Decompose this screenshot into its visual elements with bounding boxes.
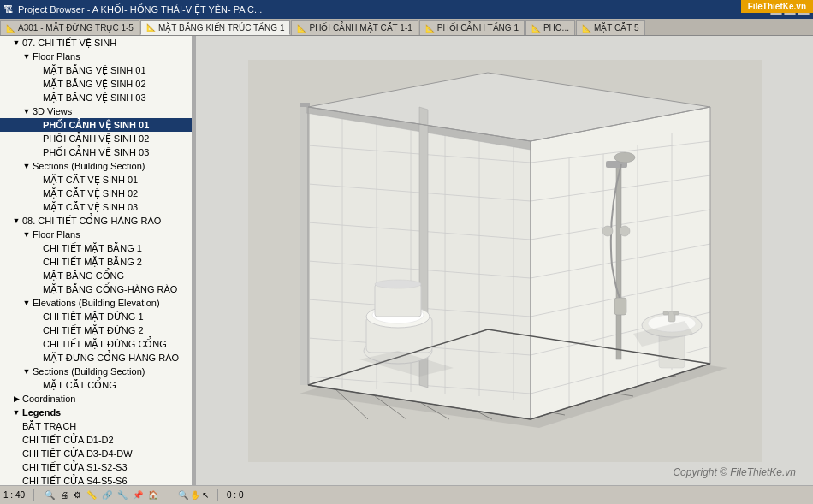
tree-mat-bang-cong-hang-rao[interactable]: MẶT BẰNG CỔNG-HÀNG RÀO	[0, 282, 192, 296]
tree-coordination[interactable]: ▶ Coordination	[0, 392, 192, 406]
collapse-icon: ▼	[22, 160, 31, 172]
tab-icon: 📐	[146, 23, 156, 32]
tree-sections-2[interactable]: ▼ Sections (Building Section)	[0, 365, 192, 378]
tree-chi-tiet-mat-dung-cong[interactable]: CHI TIẾT MẶT ĐỨNG CỔNG	[0, 337, 192, 351]
svg-point-49	[375, 280, 421, 288]
tab-bar: 📐 A301 - MẶT ĐỨNG TRỤC 1-5 📐 MẶT BẰNG KI…	[0, 19, 813, 36]
tab-matcat[interactable]: 📐 MẶT CẮT 5	[576, 20, 645, 35]
tree-category-3d-views[interactable]: ▼ 3D Views	[0, 104, 192, 118]
tree-mat-cat-ve-sinh-03[interactable]: MẶT CẮT VỆ SINH 03	[0, 200, 192, 214]
bathroom-3d-drawing	[248, 60, 762, 462]
tab-icon: 📐	[582, 24, 591, 33]
tree-legends[interactable]: ▼ Legends	[0, 406, 192, 419]
coord-text: 0 : 0	[227, 490, 243, 500]
tool-icon[interactable]: 🔧	[116, 490, 129, 500]
collapse-icon: ▼	[12, 215, 21, 227]
tree-category-sections-1[interactable]: ▼ Sections (Building Section)	[0, 159, 192, 173]
tree-chi-tiet-mat-bang-2[interactable]: CHI TIẾT MẶT BẰNG 2	[0, 255, 192, 269]
tab-phoi1[interactable]: 📐 PHỐI CẢNH MẶT CẮT 1-1	[291, 20, 418, 35]
tree-elevations[interactable]: ▼ Elevations (Building Elevation)	[0, 296, 192, 310]
tab-phoi2[interactable]: 📐 PHỐI CẢNH TẦNG 1	[419, 20, 525, 35]
project-browser: ▼ 07. CHI TIẾT VỆ SINH ▼ Floor Plans MẶT…	[0, 36, 193, 485]
expand-icon: ▼	[12, 406, 21, 418]
tree-chi-tiet-cua-d1-d2[interactable]: CHI TIẾT CỬA D1-D2	[0, 433, 192, 447]
status-bar: 1 : 40 🔍 🖨 ⚙ 📏 🔗 🔧 📌 🏠 🔍 ✋ ↖ 0 : 0	[0, 485, 813, 504]
collapse-icon: ▼	[12, 37, 21, 49]
tree-chi-tiet-cua-s1-s2-s3[interactable]: CHI TIẾT CỬA S1-S2-S3	[0, 460, 192, 474]
tree-mat-cat-cong[interactable]: MẶT CẮT CỔNG	[0, 378, 192, 392]
tree-label: Floor Plans	[33, 228, 80, 240]
svg-point-52	[614, 152, 635, 163]
drawing-canvas[interactable]: Copyright © FileThietKe.vn	[196, 36, 813, 485]
tree-phoi-canh-ve-sinh-03[interactable]: PHỐI CẢNH VỆ SINH 03	[0, 145, 192, 159]
tree-label: PHỐI CẢNH VỆ SINH 03	[43, 146, 149, 158]
cursor-icon[interactable]: ↖	[202, 490, 209, 500]
tree-mat-bang-ve-sinh-01[interactable]: MẶT BẰNG VỆ SINH 01	[0, 63, 192, 77]
tree-label: CHI TIẾT MẶT BẰNG 2	[43, 256, 142, 268]
tree-item-08[interactable]: ▼ 08. CHI TIẾT CỔNG-HÀNG RÀO	[0, 214, 192, 228]
tree-chi-tiet-mat-bang-1[interactable]: CHI TIẾT MẶT BẰNG 1	[0, 241, 192, 255]
tree-phoi-canh-ve-sinh-02[interactable]: PHỐI CẢNH VỆ SINH 02	[0, 132, 192, 145]
tree-mat-bang-cong[interactable]: MẶT BẰNG CỔNG	[0, 269, 192, 282]
tree-chi-tiet-mat-dung-2[interactable]: CHI TIẾT MẶT ĐỨNG 2	[0, 323, 192, 337]
tree-category-floor-plans-1[interactable]: ▼ Floor Plans	[0, 50, 192, 63]
scale-display: 1 : 40	[3, 490, 25, 500]
tree-label: MẶT CẮT VỆ SINH 03	[43, 201, 138, 213]
tree-mat-dung-cong-hang-rao[interactable]: MẶT ĐỨNG CỔNG-HÀNG RÀO	[0, 351, 192, 365]
tab-icon: 📐	[425, 24, 435, 33]
tree-label: CHI TIẾT CỬA S4-S5-S6	[22, 475, 128, 485]
tree-floor-plans-2[interactable]: ▼ Floor Plans	[0, 228, 192, 241]
main-layout: ▼ 07. CHI TIẾT VỆ SINH ▼ Floor Plans MẶT…	[0, 36, 813, 485]
svg-marker-41	[300, 103, 310, 107]
collapse-icon: ▼	[22, 50, 31, 62]
link-icon[interactable]: 🔗	[100, 490, 114, 500]
tree-label: MẶT BẰNG VỆ SINH 02	[43, 78, 146, 90]
tree-label: MẶT CẮT VỆ SINH 01	[43, 174, 138, 186]
tree-label: CHI TIẾT CỬA D3-D4-DW	[22, 448, 133, 460]
tree-label: Floor Plans	[33, 50, 80, 62]
tree-mat-bang-ve-sinh-02[interactable]: MẶT BẰNG VỆ SINH 02	[0, 77, 192, 91]
tree-chi-tiet-cua-d3-d4-dw[interactable]: CHI TIẾT CỬA D3-D4-DW	[0, 447, 192, 460]
tree-label: 07. CHI TIẾT VỆ SINH	[22, 37, 116, 49]
coordinates: 0 : 0	[227, 490, 243, 500]
tree-label: CHI TIẾT CỬA D1-D2	[22, 434, 114, 446]
pin-icon[interactable]: 📌	[131, 490, 145, 500]
tree-label: PHỐI CẢNH VỆ SINH 02	[43, 133, 149, 145]
navigate-icon[interactable]: ✋	[190, 490, 200, 500]
settings-icon[interactable]: ⚙	[72, 490, 83, 500]
tree-bat-trach[interactable]: BẮT TRẠCH	[0, 419, 192, 433]
tree-phoi-canh-ve-sinh-01[interactable]: PHỐI CẢNH VỆ SINH 01	[0, 118, 192, 132]
tab-icon: 📐	[531, 24, 541, 33]
svg-rect-50	[616, 163, 621, 359]
tree-label: MẶT CẮT CỔNG	[43, 379, 116, 391]
tab-pho[interactable]: 📐 PHO...	[525, 20, 575, 35]
ruler-icon[interactable]: 📏	[85, 490, 98, 500]
search-icon[interactable]: 🔍	[43, 490, 56, 500]
zoom-icon[interactable]: 🔍	[178, 490, 188, 500]
collapse-icon: ▼	[22, 297, 31, 309]
tree-mat-bang-ve-sinh-03[interactable]: MẶT BẰNG VỆ SINH 03	[0, 91, 192, 104]
tree-label: Elevations (Building Elevation)	[33, 297, 160, 309]
tree-label: 08. CHI TIẾT CỔNG-HÀNG RÀO	[22, 215, 161, 227]
tree-label: MẶT BẰNG VỆ SINH 01	[43, 64, 146, 76]
tab-a301[interactable]: 📐 A301 - MẶT ĐỨNG TRỤC 1-5	[0, 20, 139, 35]
tree-chi-tiet-mat-dung-1[interactable]: CHI TIẾT MẶT ĐỨNG 1	[0, 310, 192, 323]
tree-label: Coordination	[22, 393, 75, 405]
tree-mat-cat-ve-sinh-01[interactable]: MẶT CẮT VỆ SINH 01	[0, 173, 192, 187]
copyright-text: Copyright © FileThietKe.vn	[673, 466, 796, 478]
collapse-icon: ▼	[22, 365, 31, 377]
home-icon[interactable]: 🏠	[146, 490, 160, 500]
tree-mat-cat-ve-sinh-02[interactable]: MẶT CẮT VỆ SINH 02	[0, 187, 192, 200]
tree-chi-tiet-cua-s4-s5-s6[interactable]: CHI TIẾT CỬA S4-S5-S6	[0, 474, 192, 485]
tree-label: BẮT TRẠCH	[22, 420, 76, 432]
svg-rect-48	[375, 284, 421, 317]
print-icon[interactable]: 🖨	[58, 490, 70, 500]
tab-matbang[interactable]: 📐 MẶT BẰNG KIẾN TRÚC TẦNG 1	[140, 20, 291, 35]
tree-label: CHI TIẾT MẶT BẰNG 1	[43, 242, 142, 254]
tree-label: Legends	[22, 406, 61, 418]
status-divider-1	[33, 489, 34, 501]
tree-label: CHI TIẾT MẶT ĐỨNG 1	[43, 311, 144, 323]
tree-item-07[interactable]: ▼ 07. CHI TIẾT VỆ SINH	[0, 36, 192, 50]
tree-label: PHỐI CẢNH VỆ SINH 01	[43, 119, 149, 131]
status-divider-3	[217, 489, 218, 501]
